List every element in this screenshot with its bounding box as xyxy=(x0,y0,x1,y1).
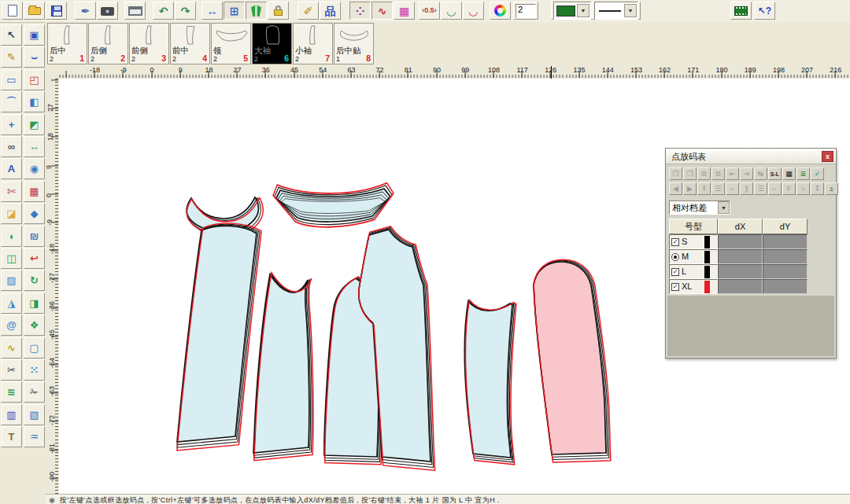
curve-smile-button[interactable]: ◡ xyxy=(441,2,462,20)
sl-mode-button[interactable]: S-L xyxy=(768,167,782,180)
arc-tool[interactable]: ⌒ xyxy=(1,91,22,112)
bars-button[interactable]: ∥ xyxy=(740,182,753,195)
chevron-down-icon[interactable]: ▼ xyxy=(718,201,730,214)
spiral-tool[interactable]: @ xyxy=(1,315,22,336)
corner-a-button[interactable]: ⌐ xyxy=(726,182,739,195)
save-file-button[interactable] xyxy=(46,2,67,20)
compare-tool[interactable]: ∞ xyxy=(1,136,22,157)
dx-cell-XL[interactable] xyxy=(718,279,763,294)
dy-cell-XL[interactable] xyxy=(763,279,808,294)
piece-tab-4[interactable]: 前中24 xyxy=(170,23,210,64)
table-mode-button[interactable]: ▦ xyxy=(782,167,796,180)
even-x-button[interactable]: ⇤ xyxy=(726,167,739,180)
swap-xy-button[interactable]: ↹ xyxy=(754,167,767,180)
text-tool[interactable]: A xyxy=(1,158,22,179)
dx-cell-S[interactable] xyxy=(718,234,763,249)
round-corner-tool[interactable]: ▢ xyxy=(24,337,45,359)
piece-tab-6[interactable]: 大袖26 xyxy=(252,23,292,64)
split-piece-tool[interactable]: ◫ xyxy=(1,248,22,269)
pleat-tool[interactable]: ◮ xyxy=(1,292,22,314)
grade-mode-select[interactable]: 相对档差 ▼ xyxy=(669,200,730,215)
corner-b-button[interactable]: ⌐ xyxy=(768,182,782,195)
size-cell-L[interactable]: ✓L xyxy=(669,264,718,279)
size-cell-XL[interactable]: ✓XL xyxy=(669,279,718,294)
size-cell-M[interactable]: M xyxy=(669,249,718,264)
list-mode-button[interactable]: ≣ xyxy=(796,167,810,180)
shield-piece-button[interactable] xyxy=(246,2,267,20)
cutter-tool[interactable]: ✄ xyxy=(1,181,22,202)
line-style-select[interactable]: ▼ xyxy=(592,2,641,20)
size-checkbox[interactable]: ✓ xyxy=(671,268,679,276)
paste-x-button[interactable]: ⧉ xyxy=(711,167,725,180)
seam-allowance-tool[interactable]: ◰ xyxy=(24,69,45,90)
split-scissors-tool[interactable]: ✁ xyxy=(24,381,45,403)
stroke-width-input[interactable]: 2 xyxy=(513,2,538,20)
undo-button[interactable]: ↶ xyxy=(153,2,174,20)
point-grade-tool[interactable]: ❖ xyxy=(24,315,45,336)
pencil-tool[interactable]: ✎ xyxy=(1,46,22,68)
piece-tab-7[interactable]: 小袖27 xyxy=(293,23,333,64)
chevron-down-icon[interactable]: ▼ xyxy=(577,4,589,17)
dx-cell-L[interactable] xyxy=(718,264,763,279)
even-y-button[interactable]: ⇥ xyxy=(740,167,753,180)
brush-button[interactable]: ✐ xyxy=(298,2,319,20)
pen-tool-button[interactable]: ✒ xyxy=(75,2,96,20)
drill-dots-tool[interactable]: ⁙ xyxy=(24,359,45,381)
open-file-button[interactable] xyxy=(24,2,45,20)
select-tool[interactable]: ↖ xyxy=(1,24,22,46)
new-file-button[interactable] xyxy=(2,2,23,20)
pleat-bars-tool[interactable]: ▥ xyxy=(1,404,22,425)
film-button[interactable] xyxy=(730,2,752,20)
nudge-half-button[interactable]: ‹0.5› xyxy=(419,2,440,20)
color-wheel-button[interactable] xyxy=(490,2,511,20)
dashed-piece-tool[interactable]: ▧ xyxy=(24,404,45,425)
rotate-tool[interactable]: ↻ xyxy=(24,270,45,291)
seam-curve-tool[interactable]: ∿ xyxy=(1,337,22,359)
dy-cell-L[interactable] xyxy=(763,264,808,279)
prev-point-button[interactable]: ◀ xyxy=(669,182,682,195)
stripe-fill-tool[interactable]: ▨ xyxy=(1,270,22,291)
hierarchy-button[interactable]: 品 xyxy=(320,2,341,20)
snapshot-button[interactable] xyxy=(97,2,118,20)
color-grade-button[interactable]: ± xyxy=(825,182,838,195)
align-rows2-button[interactable]: ☰ xyxy=(754,182,767,195)
mark-piece-tool[interactable]: ◆ xyxy=(24,203,45,224)
back-side-piece[interactable] xyxy=(253,273,313,461)
rectangle-tool[interactable]: ▭ xyxy=(1,69,22,90)
gauge-tool[interactable]: ↔ xyxy=(24,136,45,157)
piece-tab-1[interactable]: 后中21 xyxy=(47,23,87,64)
base-size-radio[interactable] xyxy=(671,253,679,261)
grid-chart-button[interactable]: ▦ xyxy=(394,2,415,20)
curve-frown-button[interactable]: ◡ xyxy=(463,2,484,20)
size-cell-S[interactable]: ✓S xyxy=(669,234,718,249)
rect-select-tool[interactable]: ▣ xyxy=(24,24,45,46)
paste-grade-button[interactable]: ❒ xyxy=(683,167,697,180)
copy-x-button[interactable]: ⧉ xyxy=(697,167,711,180)
piece-tab-2[interactable]: 后侧22 xyxy=(88,23,128,64)
close-icon[interactable]: x xyxy=(822,151,833,162)
piece-tool[interactable]: ◧ xyxy=(24,91,45,112)
dy-cell-M[interactable] xyxy=(763,249,808,264)
chevron-down-icon[interactable]: ▼ xyxy=(624,4,637,17)
dart-tool[interactable]: ◖ xyxy=(1,226,22,247)
big-sleeve-piece[interactable] xyxy=(534,259,611,462)
back-center-piece[interactable] xyxy=(177,223,261,451)
align-rows-button[interactable]: ☰ xyxy=(711,182,725,195)
pair-pieces-tool[interactable]: ◨ xyxy=(24,292,45,314)
collar-band-piece[interactable] xyxy=(273,183,394,227)
dx-cell-M[interactable] xyxy=(718,249,763,264)
sewing-machine-tool[interactable]: ₪ xyxy=(24,226,45,247)
size-checkbox[interactable]: ✓ xyxy=(671,283,679,291)
scatter-chart-button[interactable]: ⁘ xyxy=(349,2,371,20)
frill-tool[interactable]: ♒ xyxy=(24,426,45,447)
redo-button[interactable]: ↷ xyxy=(175,2,196,20)
piece-tab-8[interactable]: 后中贴18 xyxy=(334,23,374,64)
small-sleeve-piece[interactable] xyxy=(464,300,516,464)
lock-button[interactable] xyxy=(268,2,289,20)
piece-check-tool[interactable]: ◩ xyxy=(24,114,45,135)
panel-title[interactable]: 点放码表 xyxy=(666,149,836,164)
next-point-button[interactable]: ▶ xyxy=(683,182,697,195)
piece-tab-3[interactable]: 前侧23 xyxy=(129,23,169,64)
copy-grade-button[interactable]: ❐ xyxy=(669,167,682,180)
pocket-tool[interactable]: ⌣ xyxy=(24,46,45,68)
